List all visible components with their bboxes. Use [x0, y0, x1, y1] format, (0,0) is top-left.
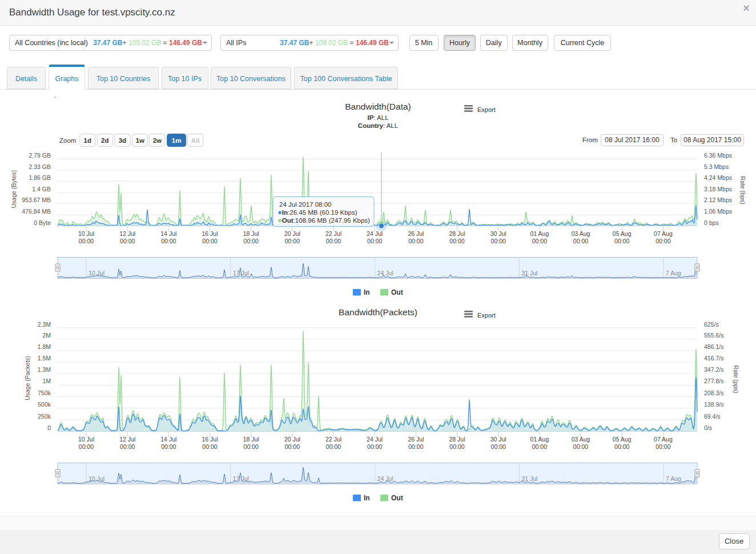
svg-text:1m: 1m [172, 137, 182, 144]
svg-text:00:00: 00:00 [573, 238, 588, 244]
svg-text:2.3M: 2.3M [38, 321, 51, 328]
svg-text:3d: 3d [119, 137, 126, 144]
svg-text:00:00: 00:00 [408, 443, 423, 450]
svg-text:00:00: 00:00 [326, 238, 341, 244]
svg-text:Zoom: Zoom [59, 137, 76, 144]
svg-text:0: 0 [47, 424, 51, 431]
svg-text:00:00: 00:00 [120, 238, 135, 244]
svg-text:2.79 GB: 2.79 GB [29, 152, 51, 159]
svg-text:07 Aug: 07 Aug [654, 436, 673, 443]
svg-text:5.3 Mbps: 5.3 Mbps [704, 163, 729, 170]
svg-text:30 Jul: 30 Jul [490, 230, 506, 237]
svg-text:10 Jul: 10 Jul [78, 436, 94, 443]
svg-text:00:00: 00:00 [449, 443, 464, 450]
svg-text:00:00: 00:00 [656, 238, 670, 244]
svg-text:1M: 1M [42, 378, 51, 384]
svg-text:1.5M: 1.5M [38, 355, 51, 362]
svg-text:10 Jul: 10 Jul [89, 475, 104, 482]
svg-text:Bandwidth(Data): Bandwidth(Data) [345, 102, 411, 111]
svg-text:01 Aug: 01 Aug [530, 436, 549, 443]
svg-text:250k: 250k [38, 413, 51, 420]
svg-text:24 Jul: 24 Jul [377, 475, 393, 482]
svg-text:28 Jul: 28 Jul [449, 230, 465, 237]
svg-text:31 Jul: 31 Jul [521, 270, 537, 276]
svg-text:Export: Export [477, 106, 496, 113]
svg-text:24 Jul: 24 Jul [367, 436, 383, 443]
svg-text:2w: 2w [153, 137, 162, 144]
svg-text:26 Jul: 26 Jul [408, 436, 424, 443]
svg-text:30 Jul: 30 Jul [490, 436, 506, 443]
svg-text:2M: 2M [42, 332, 51, 339]
svg-text:750k: 750k [38, 390, 51, 396]
svg-text:277.8/s: 277.8/s [704, 378, 723, 384]
svg-text:00:00: 00:00 [120, 443, 135, 450]
svg-text:347.2/s: 347.2/s [704, 366, 723, 373]
svg-text:00:00: 00:00 [79, 443, 94, 450]
svg-text:18 Jul: 18 Jul [243, 230, 259, 237]
svg-text:476.84 MB: 476.84 MB [22, 208, 51, 215]
svg-text:22 Jul: 22 Jul [325, 436, 341, 443]
svg-text:6.36 Mbps: 6.36 Mbps [704, 152, 732, 159]
svg-text:00:00: 00:00 [326, 443, 341, 450]
svg-text:24 Jul: 24 Jul [377, 270, 393, 276]
svg-text:138.9/s: 138.9/s [704, 401, 723, 408]
svg-text:20 Jul: 20 Jul [284, 436, 300, 443]
svg-text:Out: Out [391, 288, 403, 296]
svg-text:From: From [582, 137, 598, 143]
svg-text:Rate (pps): Rate (pps) [733, 365, 739, 393]
svg-text:00:00: 00:00 [491, 443, 506, 450]
svg-text:00:00: 00:00 [491, 238, 506, 244]
svg-text:2.12 Mbps: 2.12 Mbps [704, 196, 732, 203]
svg-text:00:00: 00:00 [202, 443, 217, 450]
svg-text:00:00: 00:00 [532, 443, 547, 450]
svg-text:0/s: 0/s [704, 424, 712, 431]
svg-text:1.4 GB: 1.4 GB [32, 186, 51, 192]
svg-text:01 Aug: 01 Aug [530, 230, 549, 237]
svg-text:00:00: 00:00 [449, 238, 464, 244]
svg-text:416.7/s: 416.7/s [704, 355, 723, 362]
svg-text:7 Aug: 7 Aug [666, 475, 681, 482]
svg-text:00:00: 00:00 [202, 238, 217, 244]
svg-text:20 Jul: 20 Jul [284, 230, 300, 237]
svg-text:Usage (Packets): Usage (Packets) [24, 356, 31, 400]
svg-text:00:00: 00:00 [656, 443, 670, 450]
svg-text:28 Jul: 28 Jul [449, 436, 465, 443]
svg-text:00:00: 00:00 [367, 443, 382, 450]
svg-text:Usage (Bytes): Usage (Bytes) [10, 170, 17, 208]
svg-text:In: In [364, 288, 370, 296]
svg-text:500k: 500k [38, 401, 51, 408]
svg-text:00:00: 00:00 [161, 443, 176, 450]
svg-text:1w: 1w [136, 137, 144, 144]
svg-text:26 Jul: 26 Jul [408, 230, 424, 237]
svg-text:14 Jul: 14 Jul [160, 436, 176, 443]
svg-text:486.1/s: 486.1/s [704, 343, 723, 350]
svg-text:16 Jul: 16 Jul [202, 436, 218, 443]
svg-text:Rate (bps): Rate (bps) [739, 176, 746, 204]
svg-text:00:00: 00:00 [285, 238, 300, 244]
svg-text:12 Jul: 12 Jul [119, 436, 135, 443]
svg-text:10 Jul: 10 Jul [89, 270, 104, 276]
svg-text:24 Jul 2017 08:00: 24 Jul 2017 08:00 [279, 201, 331, 208]
svg-text:●In:26.45 MB (60.19 Kbps): ●In:26.45 MB (60.19 Kbps) [278, 208, 357, 216]
svg-text:00:00: 00:00 [285, 443, 300, 450]
svg-text:12 Jul: 12 Jul [119, 230, 135, 237]
svg-text:00:00: 00:00 [244, 443, 259, 450]
svg-text:To: To [670, 137, 677, 143]
svg-text:Out: Out [391, 494, 403, 502]
svg-text:00:00: 00:00 [367, 238, 382, 244]
svg-text:1.3M: 1.3M [38, 366, 51, 373]
svg-text:953.67 MB: 953.67 MB [22, 196, 51, 203]
svg-text:Bandwidth(Packets): Bandwidth(Packets) [339, 307, 417, 317]
svg-text:08 Aug 2017 15:00: 08 Aug 2017 15:00 [683, 136, 741, 144]
svg-text:16 Jul: 16 Jul [202, 230, 218, 237]
svg-text:03 Aug: 03 Aug [572, 436, 590, 443]
svg-text:31 Jul: 31 Jul [521, 475, 537, 482]
svg-text:07 Aug: 07 Aug [654, 230, 673, 237]
svg-text:1.06 Mbps: 1.06 Mbps [704, 208, 732, 215]
svg-text:00:00: 00:00 [573, 443, 588, 450]
svg-text:1d: 1d [84, 137, 91, 144]
svg-text:17 Jul: 17 Jul [233, 270, 249, 276]
svg-text:00:00: 00:00 [161, 238, 176, 244]
svg-text:●Out:108.96 MB (247.95 Kbps): ●Out:108.96 MB (247.95 Kbps) [278, 216, 370, 224]
svg-text:00:00: 00:00 [79, 238, 94, 244]
